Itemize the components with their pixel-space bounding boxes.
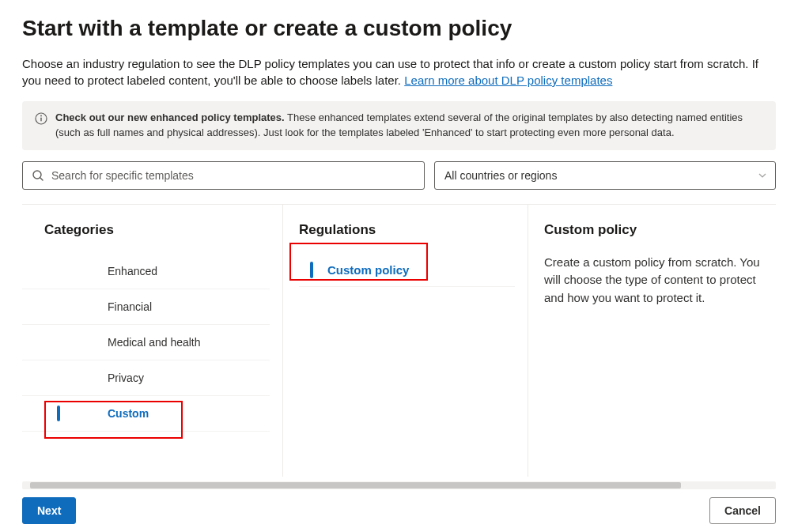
chevron-down-icon — [758, 171, 767, 180]
regulation-custom-policy[interactable]: Custom policy — [299, 254, 515, 287]
info-banner: Check out our new enhanced policy templa… — [22, 101, 776, 150]
cancel-button[interactable]: Cancel — [709, 497, 776, 524]
detail-title: Custom policy — [544, 222, 776, 238]
search-input[interactable] — [22, 161, 425, 190]
categories-header: Categories — [44, 222, 270, 238]
category-enhanced[interactable]: Enhanced — [22, 254, 270, 289]
search-icon — [32, 169, 44, 182]
banner-bold: Check out our new enhanced policy templa… — [55, 111, 285, 123]
category-privacy[interactable]: Privacy — [22, 360, 270, 396]
region-select-label: All countries or regions — [444, 169, 557, 182]
horizontal-scrollbar[interactable] — [22, 481, 776, 489]
categories-list: Enhanced Financial Medical and health Pr… — [22, 254, 270, 432]
svg-line-4 — [40, 178, 43, 180]
regulations-header: Regulations — [299, 222, 515, 238]
next-button[interactable]: Next — [22, 497, 76, 524]
search-wrapper — [22, 161, 425, 190]
page-description: Choose an industry regulation to see the… — [22, 55, 776, 89]
scrollbar-thumb[interactable] — [30, 482, 681, 489]
info-icon — [35, 112, 47, 125]
svg-rect-2 — [40, 118, 41, 122]
category-financial[interactable]: Financial — [22, 289, 270, 325]
svg-point-3 — [33, 171, 41, 179]
detail-description: Create a custom policy from scratch. You… — [544, 254, 776, 308]
page-title: Start with a template or create a custom… — [22, 16, 776, 41]
learn-more-link[interactable]: Learn more about DLP policy templates — [404, 74, 612, 87]
category-custom[interactable]: Custom — [22, 396, 270, 432]
svg-point-1 — [40, 115, 42, 117]
region-select[interactable]: All countries or regions — [434, 161, 776, 190]
category-medical[interactable]: Medical and health — [22, 325, 270, 360]
